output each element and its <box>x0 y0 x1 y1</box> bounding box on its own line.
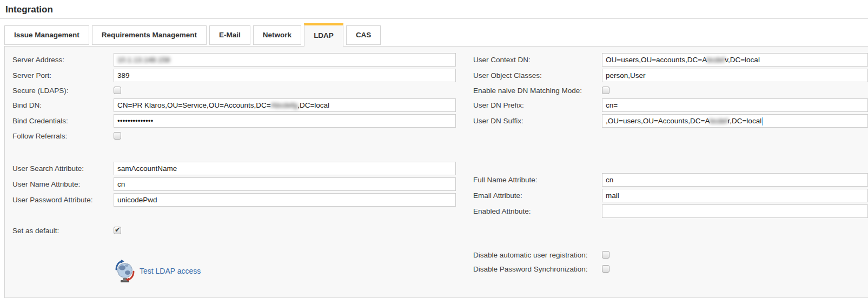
redacted-value: bcdef <box>707 56 725 64</box>
form-column-right: User Context DN: OU=users,OU=accounts,DC… <box>473 53 868 298</box>
enabled-attribute-input[interactable] <box>602 204 868 218</box>
email-attribute-value: mail <box>606 191 619 200</box>
user-password-attribute-label: User Password Attribute: <box>12 196 114 204</box>
full-name-attribute-label: Full Name Attribute: <box>473 176 602 184</box>
server-port-input[interactable]: 389 <box>114 69 456 82</box>
set-as-default-row: Set as default: <box>12 224 473 236</box>
user-name-attribute-value: cn <box>117 180 125 188</box>
tab-ldap[interactable]: LDAP <box>304 23 343 47</box>
user-context-dn-row: User Context DN: OU=users,OU=accounts,DC… <box>473 53 868 67</box>
disable-auto-registration-checkbox[interactable] <box>602 251 609 259</box>
integration-tabbar: Issue Management Requirements Management… <box>4 21 868 46</box>
disable-password-sync-row: Disable Password Synchronization: <box>473 263 868 275</box>
test-ldap-access-link[interactable]: Test LDAP access <box>114 259 201 283</box>
enable-naive-dn-matching-label: Enable naive DN Matching Mode: <box>473 87 602 95</box>
page-title: Integration <box>5 4 868 15</box>
disable-auto-registration-row: Disable automatic user registration: <box>473 249 868 261</box>
bind-dn-suffix: ,DC=local <box>297 101 329 109</box>
tab-email[interactable]: E-Mail <box>209 25 250 45</box>
disable-password-sync-checkbox[interactable] <box>602 265 609 273</box>
user-dn-prefix-value: cn= <box>606 101 618 109</box>
user-dn-suffix-input[interactable]: ,OU=users,OU=Accounts,DC=Abcdefr,DC=loca… <box>602 114 868 128</box>
user-name-attribute-row: User Name Attribute: cn <box>12 177 473 191</box>
spacer <box>12 239 473 258</box>
user-object-classes-label: User Object Classes: <box>473 71 602 80</box>
server-address-label: Server Address: <box>12 56 114 64</box>
user-password-attribute-row: User Password Attribute: unicodePwd <box>12 193 473 207</box>
user-dn-suffix-row: User DN Suffix: ,OU=users,OU=Accounts,DC… <box>473 114 868 128</box>
user-dn-prefix-label: User DN Prefix: <box>473 101 602 109</box>
user-search-attribute-row: User Search Attribute: samAccountName <box>12 162 473 175</box>
tab-network[interactable]: Network <box>253 25 301 45</box>
text-caret <box>762 117 763 125</box>
globe-network-icon[interactable] <box>114 259 136 283</box>
user-context-dn-suffix: v,DC=local <box>725 56 760 64</box>
user-name-attribute-label: User Name Attribute: <box>12 180 114 188</box>
user-search-attribute-input[interactable]: samAccountName <box>114 162 456 175</box>
disable-password-sync-label: Disable Password Synchronization: <box>473 265 602 273</box>
form-column-left: Server Address: 10.1.13.148.158 Server P… <box>12 53 473 298</box>
redacted-value: Abcdefg <box>271 101 298 109</box>
server-port-row: Server Port: 389 <box>12 69 473 82</box>
user-context-dn-label: User Context DN: <box>473 56 602 64</box>
user-dn-prefix-input[interactable]: cn= <box>602 98 868 112</box>
bind-credentials-input[interactable]: •••••••••••••• <box>114 114 456 128</box>
tab-issue-management[interactable]: Issue Management <box>4 25 89 45</box>
bind-dn-prefix: CN=PR Klaros,OU=Service,OU=Accounts,DC= <box>117 101 271 109</box>
bind-credentials-value: •••••••••••••• <box>117 117 153 125</box>
spacer <box>473 130 868 173</box>
user-object-classes-input[interactable]: person,User <box>602 69 868 82</box>
user-context-dn-prefix: OU=users,OU=accounts,DC=A <box>606 56 707 64</box>
enable-naive-dn-matching-row: Enable naive DN Matching Mode: <box>473 84 868 96</box>
user-dn-suffix-label: User DN Suffix: <box>473 117 602 125</box>
full-name-attribute-value: cn <box>606 176 613 184</box>
test-ldap-access-row: Test LDAP access <box>114 258 473 284</box>
user-context-dn-input[interactable]: OU=users,OU=accounts,DC=Abcdefv,DC=local <box>602 53 868 67</box>
user-dn-suffix-prefix: ,OU=users,OU=Accounts,DC=A <box>606 117 710 125</box>
follow-referrals-checkbox[interactable] <box>114 132 121 140</box>
secure-ldaps-checkbox[interactable] <box>114 87 121 94</box>
spacer <box>12 144 473 162</box>
user-dn-prefix-row: User DN Prefix: cn= <box>473 98 868 112</box>
user-search-attribute-label: User Search Attribute: <box>12 164 114 173</box>
bind-dn-input[interactable]: CN=PR Klaros,OU=Service,OU=Accounts,DC=A… <box>114 98 456 112</box>
user-password-attribute-input[interactable]: unicodePwd <box>114 193 456 207</box>
redacted-value: bcdef <box>710 117 727 125</box>
full-name-attribute-row: Full Name Attribute: cn <box>473 173 868 187</box>
tab-requirements-management[interactable]: Requirements Management <box>92 25 207 45</box>
bind-credentials-label: Bind Credentials: <box>12 117 114 125</box>
set-as-default-label: Set as default: <box>12 227 114 235</box>
bind-dn-row: Bind DN: CN=PR Klaros,OU=Service,OU=Acco… <box>12 98 473 112</box>
enabled-attribute-label: Enabled Attribute: <box>473 207 602 215</box>
disable-auto-registration-label: Disable automatic user registration: <box>473 251 602 259</box>
email-attribute-label: Email Attribute: <box>473 191 602 200</box>
ldap-settings-panel: Server Address: 10.1.13.148.158 Server P… <box>4 46 868 298</box>
user-password-attribute-value: unicodePwd <box>117 196 157 204</box>
follow-referrals-label: Follow Referrals: <box>12 132 114 140</box>
user-search-attribute-value: samAccountName <box>117 164 177 173</box>
follow-referrals-row: Follow Referrals: <box>12 130 473 142</box>
title-divider <box>0 18 868 19</box>
full-name-attribute-input[interactable]: cn <box>602 173 868 187</box>
enabled-attribute-row: Enabled Attribute: <box>473 204 868 218</box>
server-address-row: Server Address: 10.1.13.148.158 <box>12 53 473 67</box>
set-as-default-checkbox[interactable] <box>114 227 121 234</box>
user-name-attribute-input[interactable]: cn <box>114 177 456 191</box>
spacer <box>12 209 473 224</box>
server-address-input[interactable]: 10.1.13.148.158 <box>114 53 456 67</box>
test-ldap-access-label: Test LDAP access <box>140 267 201 275</box>
server-port-value: 389 <box>117 71 130 80</box>
enable-naive-dn-matching-checkbox[interactable] <box>602 87 609 94</box>
email-attribute-input[interactable]: mail <box>602 189 868 202</box>
bind-dn-label: Bind DN: <box>12 101 114 109</box>
user-object-classes-row: User Object Classes: person,User <box>473 69 868 82</box>
secure-ldaps-label: Secure (LDAPS): <box>12 87 114 95</box>
server-port-label: Server Port: <box>12 71 114 80</box>
user-dn-suffix-suffix: r,DC=local <box>727 117 761 125</box>
redacted-value: 10.1.13.148.158 <box>117 56 170 64</box>
spacer <box>473 220 868 249</box>
bind-credentials-row: Bind Credentials: •••••••••••••• <box>12 114 473 128</box>
user-object-classes-value: person,User <box>606 71 646 80</box>
email-attribute-row: Email Attribute: mail <box>473 189 868 202</box>
tab-cas[interactable]: CAS <box>346 25 381 45</box>
